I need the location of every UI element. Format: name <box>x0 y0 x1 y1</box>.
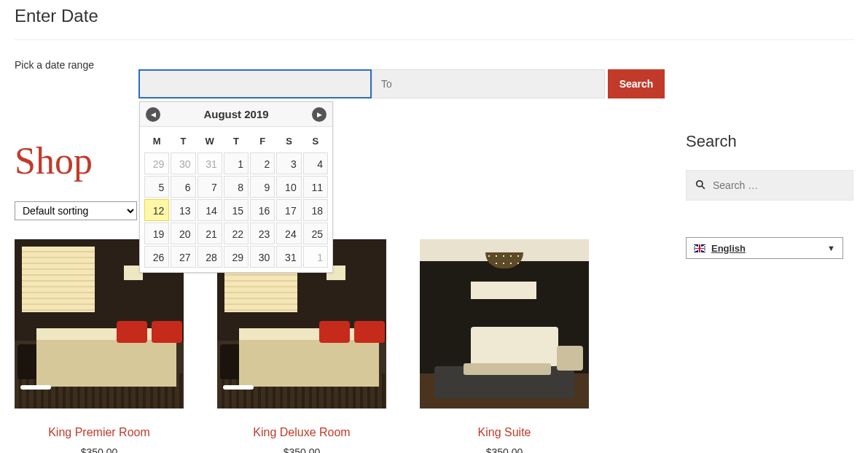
weekday-label: M <box>144 131 169 151</box>
product-card[interactable]: King Suite$350.00 <box>420 239 589 453</box>
date-cell[interactable]: 27 <box>171 246 195 268</box>
date-cell[interactable]: 22 <box>224 222 249 244</box>
date-cell[interactable]: 11 <box>303 176 328 198</box>
language-selector[interactable]: English ▼ <box>686 237 843 259</box>
product-image <box>420 239 589 409</box>
date-cell[interactable]: 30 <box>171 152 195 174</box>
date-cell[interactable]: 31 <box>276 246 301 268</box>
product-title: King Suite <box>420 426 589 439</box>
product-price: $350.00 <box>217 446 386 453</box>
date-cell[interactable]: 3 <box>276 152 301 174</box>
datepicker-grid: MTWTFSS 29303112345678910111213141516171… <box>140 127 332 272</box>
date-cell[interactable]: 1 <box>224 152 249 174</box>
date-cell[interactable]: 5 <box>144 176 169 198</box>
weekday-label: F <box>250 131 275 151</box>
date-cell[interactable]: 29 <box>224 246 249 268</box>
date-to-input[interactable] <box>372 69 605 98</box>
date-cell[interactable]: 23 <box>250 222 275 244</box>
date-cell[interactable]: 21 <box>198 222 222 244</box>
datepicker-popup: ◀ August 2019 ▶ MTWTFSS 2930311234567891… <box>139 101 333 273</box>
date-cell[interactable]: 17 <box>276 199 301 221</box>
date-cell[interactable]: 31 <box>198 152 222 174</box>
date-cell[interactable]: 2 <box>250 152 275 174</box>
date-search-button[interactable]: Search <box>608 69 665 98</box>
date-cell[interactable]: 14 <box>198 199 222 221</box>
date-cell[interactable]: 6 <box>171 176 195 198</box>
datepicker-prev-icon[interactable]: ◀ <box>146 107 160 122</box>
date-from-input[interactable] <box>138 69 372 98</box>
date-cell[interactable]: 26 <box>144 246 169 268</box>
date-cell[interactable]: 18 <box>303 199 328 221</box>
datepicker-month-label: August 2019 <box>203 108 268 120</box>
date-cell[interactable]: 20 <box>171 222 195 244</box>
date-cell[interactable]: 13 <box>171 199 195 221</box>
weekday-label: W <box>198 131 222 151</box>
date-cell[interactable]: 10 <box>276 176 301 198</box>
product-price: $350.00 <box>15 446 184 453</box>
sidebar-search-box[interactable] <box>686 170 853 201</box>
weekday-label: T <box>171 131 195 151</box>
date-cell[interactable]: 12 <box>144 199 169 221</box>
language-label: English <box>711 243 746 254</box>
date-cell[interactable]: 16 <box>250 199 275 221</box>
date-cell[interactable]: 7 <box>198 176 222 198</box>
date-cell[interactable]: 9 <box>250 176 275 198</box>
date-cell[interactable]: 24 <box>276 222 301 244</box>
date-cell[interactable]: 4 <box>303 152 328 174</box>
date-cell[interactable]: 15 <box>224 199 249 221</box>
sidebar-search-input[interactable] <box>713 179 837 191</box>
svg-point-0 <box>697 180 703 186</box>
datepicker-next-icon[interactable]: ▶ <box>312 107 327 122</box>
weekday-label: S <box>303 131 328 151</box>
sidebar-search-heading: Search <box>686 132 853 151</box>
product-price: $350.00 <box>420 446 589 453</box>
sort-select[interactable]: Default sorting <box>15 201 137 220</box>
weekday-label: T <box>224 131 249 151</box>
product-title: King Deluxe Room <box>217 426 386 439</box>
weekday-label: S <box>276 131 301 151</box>
enter-date-heading: Enter Date <box>15 0 853 40</box>
date-cell[interactable]: 25 <box>303 222 328 244</box>
date-cell[interactable]: 29 <box>144 152 169 174</box>
date-cell[interactable]: 30 <box>250 246 275 268</box>
date-cell[interactable]: 1 <box>303 246 328 268</box>
uk-flag-icon <box>694 244 705 252</box>
search-icon <box>695 179 705 192</box>
date-cell[interactable]: 8 <box>224 176 249 198</box>
svg-line-1 <box>702 185 705 188</box>
date-cell[interactable]: 19 <box>144 222 169 244</box>
chevron-down-icon: ▼ <box>827 244 835 252</box>
date-cell[interactable]: 28 <box>198 246 222 268</box>
product-title: King Premier Room <box>15 426 184 439</box>
